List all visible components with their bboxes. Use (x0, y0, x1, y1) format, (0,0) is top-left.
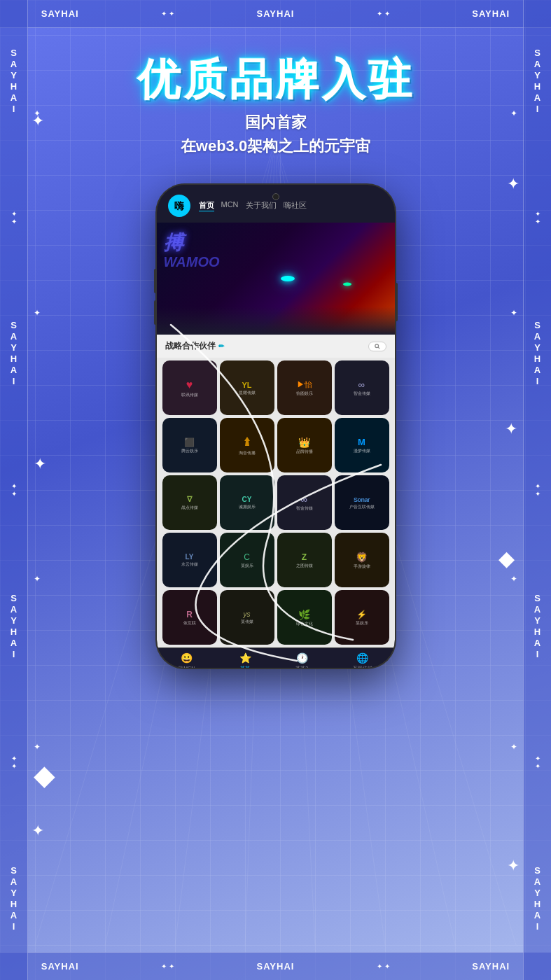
nav-link-home[interactable]: 首页 (199, 200, 214, 211)
diamond-star-right: ◆ (498, 546, 515, 570)
small-star-7: ✦ (510, 574, 517, 584)
sayhai-label-top3: SAYHAI (472, 8, 510, 19)
svg-text:嗨: 嗨 (174, 200, 185, 211)
bottom-nav-item-2[interactable]: ⭐ 某某 (239, 652, 251, 668)
bottom-nav-item-3[interactable]: 🕐 某某2 (295, 652, 308, 668)
sayhai-label-bot1: SAYHAI (41, 961, 79, 972)
logo-cell-15[interactable]: Z 之图传媒 (277, 533, 332, 587)
logo-cell-14[interactable]: C 某娱乐 (220, 533, 274, 587)
logo-cell-18[interactable]: ys 某传媒 (220, 590, 274, 645)
logo-cell-9[interactable]: ∇ 战点传媒 (162, 475, 217, 530)
logo-grid: ♥ 联讯传媒 YL 星耀传媒 ▶怡 怡圆娱乐 ∞ 智金传媒 (157, 358, 395, 648)
hero-image: 搏 WAMOO (157, 223, 395, 335)
small-star-6: ✦ (510, 308, 517, 318)
volume-down-button (154, 300, 157, 325)
small-star-2: ✦ (34, 308, 41, 318)
sayhai-label-right2: SAYHAI (532, 320, 543, 387)
sayhai-label-left4: SAYHAI (8, 865, 19, 932)
diamond-star-left: ◆ (34, 759, 55, 791)
svg-marker-13 (244, 437, 250, 446)
camera-notch (272, 193, 279, 200)
app-navbar: 嗨 首页 MCN 关于我们 嗨社区 (157, 185, 395, 223)
corner-star-tr: ✦ (507, 175, 519, 193)
small-star-4: ✦ (34, 742, 41, 752)
logo-cell-1[interactable]: ♥ 联讯传媒 (162, 360, 217, 415)
svg-point-11 (375, 344, 378, 347)
volume-up-button (154, 269, 157, 293)
corner-star-ml: ✦ (34, 455, 46, 473)
search-box[interactable] (368, 342, 386, 351)
nav-links: 首页 MCN 关于我们 嗨社区 (199, 200, 307, 211)
logo-cell-20[interactable]: ⚡ 某娱乐 (335, 590, 389, 645)
logo-cell-17[interactable]: R 依互联 (162, 590, 217, 645)
nav-link-community[interactable]: 嗨社区 (284, 200, 307, 211)
hero-glow-2 (343, 283, 351, 286)
logo-cell-10[interactable]: CY 诚拥娱乐 (220, 475, 274, 530)
bottom-nav-item-1[interactable]: 😀 嗨MCN (179, 652, 195, 668)
logo-cell-4[interactable]: ∞ 智金传媒 (335, 360, 389, 415)
logo-cell-16[interactable]: 🦁 手游旋律 (335, 533, 389, 587)
logo-icon-6 (240, 435, 254, 449)
logo-cell-sonar[interactable]: Sonar 户音互联传媒 (335, 475, 389, 530)
small-star-1: ✦ (34, 108, 41, 118)
bottom-nav: 😀 嗨MCN ⭐ 某某 🕐 某某2 🌐 互联传媒 (157, 648, 395, 668)
logo-cell-5[interactable]: ⬛ 腾云娱乐 (162, 418, 217, 472)
nav-link-about[interactable]: 关于我们 (246, 200, 277, 211)
nav-link-mcn[interactable]: MCN (221, 200, 239, 211)
sayhai-label-right1: SAYHAI (532, 48, 543, 115)
power-button (395, 283, 398, 321)
sayhai-label-top2: SAYHAI (257, 8, 295, 19)
search-icon (375, 344, 380, 349)
hero-glow-1 (281, 276, 295, 281)
partners-title: 战略合作伙伴 ✏ (165, 340, 224, 352)
logo-cell-8[interactable]: M 漫梦传媒 (335, 418, 389, 472)
sayhai-top-border: SAYHAI ✦ ✦ SAYHAI ✦ ✦ SAYHAI (0, 0, 551, 28)
phone-mockup: 嗨 首页 MCN 关于我们 嗨社区 搏 WAMOO (157, 185, 395, 668)
sayhai-label-right3: SAYHAI (532, 593, 543, 660)
corner-star-bl: ✦ (32, 822, 44, 840)
phone-frame: 嗨 首页 MCN 关于我们 嗨社区 搏 WAMOO (157, 185, 395, 668)
logo-cell-2[interactable]: YL 星耀传媒 (220, 360, 274, 415)
phone-screen: 嗨 首页 MCN 关于我们 嗨社区 搏 WAMOO (157, 185, 395, 668)
sayhai-label-bot2: SAYHAI (257, 961, 295, 972)
sayhai-label-left3: SAYHAI (8, 593, 19, 660)
sayhai-label-left1: SAYHAI (8, 48, 19, 115)
main-content: 优质品牌入驻 国内首家 在web3.0架构之上的元宇宙 嗨 (28, 28, 523, 952)
heading-area: 优质品牌入驻 国内首家 在web3.0架构之上的元宇宙 (137, 56, 414, 157)
logo-cell-6[interactable]: 淘音传播 (220, 418, 274, 472)
sayhai-label-right4: SAYHAI (532, 865, 543, 932)
sayhai-bottom-border: SAYHAI ✦ ✦ SAYHAI ✦ ✦ SAYHAI (0, 952, 551, 980)
small-star-5: ✦ (510, 108, 517, 118)
logo-cell-19[interactable]: 🌿 绿色文化 (277, 590, 332, 645)
app-logo: 嗨 (168, 195, 190, 217)
sayhai-label-left2: SAYHAI (8, 320, 19, 387)
sayhai-label-top1: SAYHAI (41, 8, 79, 19)
small-star-3: ✦ (34, 574, 41, 584)
logo-cell-3[interactable]: ▶怡 怡圆娱乐 (277, 360, 332, 415)
corner-star-br: ✦ (507, 857, 519, 875)
main-title: 优质品牌入驻 (137, 56, 414, 104)
sayhai-left-border: SAYHAI ✦✦ SAYHAI ✦✦ SAYHAI ✦✦ SAYHAI (0, 0, 28, 980)
sayhai-right-border: SAYHAI ✦✦ SAYHAI ✦✦ SAYHAI ✦✦ SAYHAI (523, 0, 551, 980)
partners-section-header: 战略合作伙伴 ✏ (157, 335, 395, 358)
hero-overlay-text: 搏 (164, 233, 183, 253)
small-star-8: ✦ (510, 742, 517, 752)
logo-cell-11[interactable]: ∞ 智金传媒 (277, 475, 332, 530)
svg-line-12 (378, 347, 379, 349)
sayhai-label-bot3: SAYHAI (472, 961, 510, 972)
subtitle-2: 在web3.0架构之上的元宇宙 (137, 136, 414, 157)
logo-cell-13[interactable]: LY 永云传媒 (162, 533, 217, 587)
corner-star-mr: ✦ (505, 420, 517, 438)
bottom-nav-item-4[interactable]: 🌐 互联传媒 (353, 652, 372, 668)
logo-cell-7[interactable]: 👑 品牌传播 (277, 418, 332, 472)
subtitle-1: 国内首家 (137, 112, 414, 133)
